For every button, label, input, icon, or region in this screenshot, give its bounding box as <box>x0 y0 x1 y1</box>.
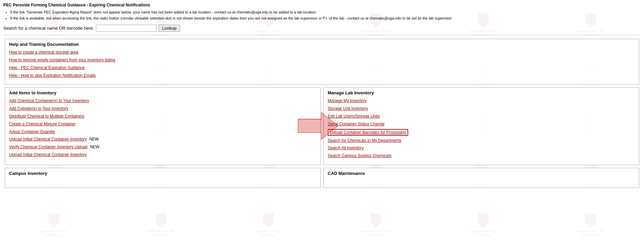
cad-section-title: CAD Maintenance <box>328 171 635 176</box>
campus-section: Campus Inventory <box>5 168 321 188</box>
lookup-button[interactable]: Lookup <box>158 25 180 32</box>
notice-item-1: If the link "Generate PEC Expiration Agi… <box>10 9 641 15</box>
add-items-section: Add Items to Inventory Add Chemical Cont… <box>5 87 321 165</box>
link-pec-guidance[interactable]: Help - PEC Chemical Expiration Guidance <box>9 65 635 71</box>
link-create-storage[interactable]: How to create a chemical storage area <box>9 50 635 55</box>
link-remove-containers[interactable]: How to remove empty containers from your… <box>9 57 635 63</box>
page-wrapper: PEC Peroxide Forming Chemical Guidance -… <box>0 0 644 192</box>
badge-new-1: NEW <box>89 137 99 142</box>
campus-section-title: Campus Inventory <box>9 171 316 176</box>
link-distribute[interactable]: Distribute Chemical to Multiple Containe… <box>9 114 316 119</box>
link-upload-initial-new[interactable]: Upload Initial Chemical Container Invent… <box>9 137 87 142</box>
search-row: Search for a chemical name OR barcode he… <box>3 25 641 32</box>
link-manage-inv[interactable]: Manage My Inventory <box>328 98 635 104</box>
link-add-chem[interactable]: Add Chemical Container(s) to Your Invent… <box>9 98 316 104</box>
verify-upload-row: Verify Chemical Container Inventory Uplo… <box>9 144 316 150</box>
link-search-surplus[interactable]: Search Campus Surplus Chemicals <box>328 153 635 159</box>
help-section: Help and Training Documentation How to c… <box>5 39 639 85</box>
link-edit-lab[interactable]: Edit Lab Users/Storage Units <box>328 114 635 119</box>
link-upload-initial[interactable]: Upload Initial Chemical Container Invent… <box>9 152 316 158</box>
manage-section-title: Manage Lab Inventory <box>328 90 635 95</box>
add-items-title: Add Items to Inventory <box>9 90 316 95</box>
search-label: Search for a chemical name OR barcode he… <box>3 26 94 31</box>
notice-item-2: If the link is available, but when acces… <box>10 15 641 22</box>
bottom-grid: Campus Inventory CAD Maintenance <box>3 166 641 189</box>
search-input[interactable] <box>96 25 156 32</box>
help-section-title: Help and Training Documentation <box>9 42 635 47</box>
badge-new-2: NEW <box>90 145 99 149</box>
link-upload-barcodes[interactable]: Upload Container Barcodes for Processing <box>328 129 408 136</box>
link-add-cyl[interactable]: Add Cylinder(s) to Your Inventory <box>9 106 316 112</box>
divider <box>3 35 641 35</box>
upload-barcodes-row: Upload Container Barcodes for Processing <box>328 129 635 136</box>
link-search-all[interactable]: Search All Inventory <box>328 145 635 151</box>
link-quick-status[interactable]: Quick Container Status Change <box>328 121 635 127</box>
link-stop-emails[interactable]: Help - How to stop Expiration Notificati… <box>9 73 635 79</box>
cad-section: CAD Maintenance <box>323 168 639 188</box>
link-mixture[interactable]: Create a Chemical Mixture Container <box>9 121 316 127</box>
link-verify-upload[interactable]: Verify Chemical Container Inventory Uplo… <box>9 145 87 149</box>
manage-section: Manage Lab Inventory Manage My Inventory… <box>323 87 639 165</box>
main-grid: Add Items to Inventory Add Chemical Cont… <box>3 86 641 166</box>
upload-initial-new-row: Upload Initial Chemical Container Invent… <box>9 136 316 142</box>
top-notice-title: PEC Peroxide Forming Chemical Guidance -… <box>3 3 641 7</box>
link-search-depts[interactable]: Search for Chemicals in My Departments <box>328 138 635 144</box>
link-adjust[interactable]: Adjust Container Quantity <box>9 129 316 135</box>
link-storage-unit[interactable]: Storage Unit Inventory <box>328 106 635 112</box>
notice-list: If the link "Generate PEC Expiration Agi… <box>10 9 641 21</box>
